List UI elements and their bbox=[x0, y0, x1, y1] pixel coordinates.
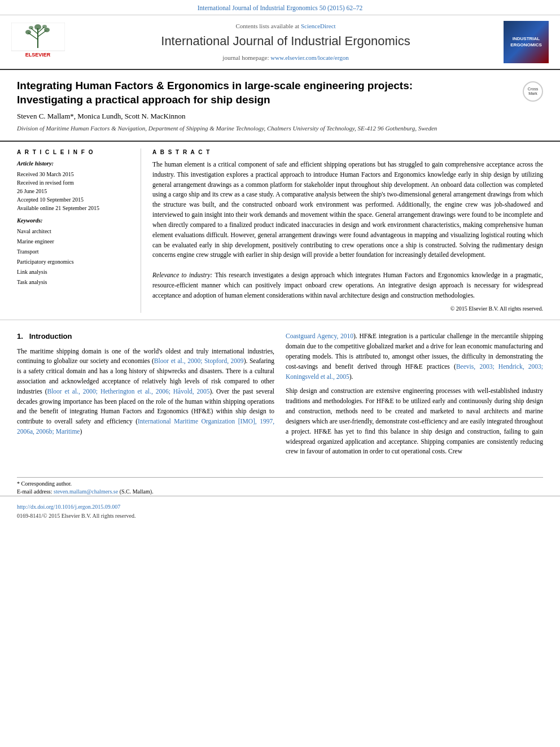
citation-text: International Journal of Industrial Ergo… bbox=[198, 5, 363, 11]
section-number: 1. bbox=[17, 332, 23, 340]
keyword-1: Naval architect bbox=[17, 226, 133, 237]
article-info-label: A R T I C L E I N F O bbox=[17, 148, 133, 156]
logo-line1: INDUSTRIAL bbox=[513, 36, 540, 42]
received-date: Received 30 March 2015 bbox=[17, 170, 133, 178]
accepted-date: Accepted 10 September 2015 bbox=[17, 195, 133, 204]
revised-date: 26 June 2015 bbox=[17, 187, 133, 195]
elsevier-logo-svg: ELSEVIER bbox=[11, 23, 65, 59]
keyword-3: Transport bbox=[17, 247, 133, 257]
main-content: 1. Introduction The maritime shipping do… bbox=[0, 320, 560, 473]
journal-logo: INDUSTRIAL ERGONOMICS bbox=[504, 21, 549, 63]
elsevier-logo-area: ELSEVIER bbox=[11, 23, 73, 62]
revised-date-text: 26 June 2015 bbox=[17, 188, 47, 194]
homepage-link[interactable]: www.elsevier.com/locate/ergon bbox=[270, 54, 348, 61]
online-text: Available online 21 September 2015 bbox=[17, 205, 99, 211]
crossmark-badge: CrossMark bbox=[523, 81, 543, 102]
svg-point-10 bbox=[42, 25, 47, 28]
online-date: Available online 21 September 2015 bbox=[17, 204, 133, 212]
revised-text: Received in revised form bbox=[17, 180, 74, 186]
abstract-column: A B S T R A C T The human element is a c… bbox=[152, 148, 543, 313]
journal-title-area: Contents lists available at ScienceDirec… bbox=[73, 22, 498, 63]
article-title: Integrating Human Factors & Ergonomics i… bbox=[17, 79, 440, 107]
homepage-line: journal homepage: www.elsevier.com/locat… bbox=[79, 54, 492, 62]
svg-point-7 bbox=[25, 30, 31, 34]
relevance-label: Relevance to industry: bbox=[152, 272, 212, 278]
top-citation-bar: International Journal of Industrial Ergo… bbox=[0, 0, 560, 15]
received-text: Received 30 March 2015 bbox=[17, 171, 74, 177]
authors-text: Steven C. Mallam*, Monica Lundh, Scott N… bbox=[17, 112, 186, 120]
email-label: E-mail address: bbox=[17, 488, 54, 495]
ref-bloor2000b[interactable]: Bloor et al., 2000; Hetherington et al.,… bbox=[47, 388, 209, 395]
svg-point-9 bbox=[29, 26, 33, 29]
history-label: Article history: bbox=[17, 160, 133, 168]
copyright: © 2015 Elsevier B.V. All rights reserved… bbox=[152, 305, 543, 313]
article-info-column: A R T I C L E I N F O Article history: R… bbox=[17, 148, 141, 313]
svg-text:ELSEVIER: ELSEVIER bbox=[25, 52, 51, 58]
intro-left-column: 1. Introduction The maritime shipping do… bbox=[17, 331, 274, 461]
revised-label: Received in revised form bbox=[17, 178, 133, 187]
authors: Steven C. Mallam*, Monica Lundh, Scott N… bbox=[17, 111, 517, 121]
keywords-label: Keywords: bbox=[17, 217, 133, 225]
intro-para3: Ship design and construction are extensi… bbox=[286, 386, 543, 457]
abstract-text: The human element is a critical componen… bbox=[152, 160, 543, 300]
contents-line: Contents lists available at ScienceDirec… bbox=[79, 22, 492, 30]
article-info-abstract: A R T I C L E I N F O Article history: R… bbox=[0, 142, 560, 320]
journal-title: International Journal of Industrial Ergo… bbox=[79, 33, 492, 50]
author-email[interactable]: steven.mallam@chalmers.se bbox=[54, 488, 118, 495]
abstract-label: A B S T R A C T bbox=[152, 148, 543, 156]
keyword-4: Participatory ergonomics bbox=[17, 257, 133, 267]
issn-line: 0169-8141/© 2015 Elsevier B.V. All right… bbox=[17, 512, 543, 520]
corresponding-author-note: * Corresponding author. bbox=[17, 480, 72, 487]
contents-label: Contents lists available at bbox=[235, 23, 300, 29]
intro-heading: 1. Introduction bbox=[17, 331, 274, 342]
email-suffix: (S.C. Mallam). bbox=[118, 488, 154, 495]
journal-logo-area: INDUSTRIAL ERGONOMICS bbox=[498, 21, 549, 63]
logo-line2: ERGONOMICS bbox=[510, 42, 542, 48]
footer-section: http://dx.doi.org/10.1016/j.ergon.2015.0… bbox=[0, 496, 560, 526]
abstract-body: The human element is a critical componen… bbox=[152, 161, 543, 258]
journal-header: ELSEVIER Contents lists available at Sci… bbox=[0, 15, 560, 70]
intro-para1: The maritime shipping domain is one of t… bbox=[17, 347, 274, 437]
svg-point-6 bbox=[34, 24, 41, 30]
ref-coastguard[interactable]: Coastguard Agency, 2010 bbox=[286, 333, 353, 339]
ref-imo[interactable]: International Maritime Organization [IMO… bbox=[17, 418, 274, 435]
intro-para2: Coastguard Agency, 2010). HF&E integrati… bbox=[286, 331, 543, 382]
section-title-text: Introduction bbox=[29, 332, 72, 340]
homepage-label: journal homepage: bbox=[222, 54, 270, 61]
accepted-text: Accepted 10 September 2015 bbox=[17, 196, 84, 203]
sciencedirect-link[interactable]: ScienceDirect bbox=[301, 23, 336, 29]
ref-bloor2000[interactable]: Bloor et al., 2000; Stopford, 2009 bbox=[154, 357, 244, 364]
doi-line[interactable]: http://dx.doi.org/10.1016/j.ergon.2015.0… bbox=[17, 503, 543, 511]
crossmark-icon: CrossMark bbox=[523, 81, 543, 102]
footnote-section: * Corresponding author. E-mail address: … bbox=[17, 477, 543, 496]
keyword-5: Link analysis bbox=[17, 267, 133, 277]
keywords-list: Naval architect Marine engineer Transpor… bbox=[17, 226, 133, 287]
ref-beevis[interactable]: Beevis, 2003; Hendrick, 2003; Koningsvel… bbox=[286, 363, 543, 380]
keyword-6: Task analysis bbox=[17, 277, 133, 287]
article-title-section: Integrating Human Factors & Ergonomics i… bbox=[0, 70, 560, 142]
svg-point-8 bbox=[44, 28, 50, 32]
intro-right-column: Coastguard Agency, 2010). HF&E integrati… bbox=[286, 331, 543, 461]
affiliation: Division of Maritime Human Factors & Nav… bbox=[17, 124, 517, 133]
keyword-2: Marine engineer bbox=[17, 237, 133, 247]
